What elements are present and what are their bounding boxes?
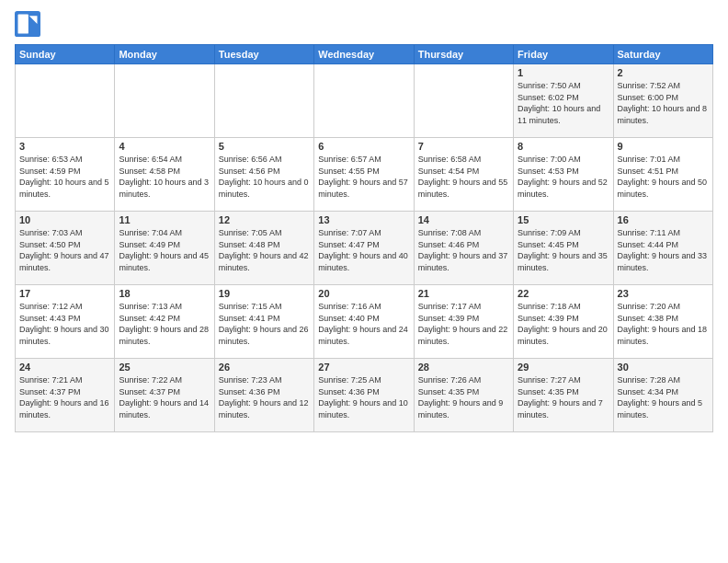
- day-cell: 16Sunrise: 7:11 AM Sunset: 4:44 PM Dayli…: [613, 212, 712, 285]
- weekday-header-sunday: Sunday: [16, 45, 115, 64]
- day-cell: 5Sunrise: 6:56 AM Sunset: 4:56 PM Daylig…: [214, 138, 313, 212]
- day-number: 14: [418, 214, 509, 225]
- day-number: 28: [418, 362, 509, 373]
- day-cell: 13Sunrise: 7:07 AM Sunset: 4:47 PM Dayli…: [314, 212, 414, 285]
- day-info: Sunrise: 7:21 AM Sunset: 4:37 PM Dayligh…: [19, 374, 110, 420]
- calendar-body: 1Sunrise: 7:50 AM Sunset: 6:02 PM Daylig…: [16, 64, 713, 432]
- day-info: Sunrise: 7:12 AM Sunset: 4:43 PM Dayligh…: [19, 301, 110, 347]
- day-info: Sunrise: 7:27 AM Sunset: 4:35 PM Dayligh…: [518, 374, 609, 420]
- day-cell: [314, 64, 414, 138]
- day-info: Sunrise: 7:52 AM Sunset: 6:00 PM Dayligh…: [618, 80, 709, 126]
- day-cell: 25Sunrise: 7:22 AM Sunset: 4:37 PM Dayli…: [115, 359, 214, 432]
- weekday-header-wednesday: Wednesday: [314, 45, 414, 64]
- day-number: 1: [518, 67, 609, 78]
- day-info: Sunrise: 6:54 AM Sunset: 4:58 PM Dayligh…: [119, 154, 210, 200]
- day-number: 3: [19, 141, 110, 152]
- week-row-2: 10Sunrise: 7:03 AM Sunset: 4:50 PM Dayli…: [16, 212, 713, 285]
- day-number: 16: [618, 214, 709, 225]
- day-number: 8: [518, 141, 609, 152]
- day-cell: 15Sunrise: 7:09 AM Sunset: 4:45 PM Dayli…: [514, 212, 613, 285]
- day-cell: 17Sunrise: 7:12 AM Sunset: 4:43 PM Dayli…: [16, 285, 115, 359]
- day-number: 21: [418, 288, 509, 299]
- day-info: Sunrise: 6:53 AM Sunset: 4:59 PM Dayligh…: [19, 154, 110, 200]
- day-cell: 23Sunrise: 7:20 AM Sunset: 4:38 PM Dayli…: [613, 285, 712, 359]
- weekday-header-saturday: Saturday: [613, 45, 712, 64]
- day-number: 11: [119, 214, 210, 225]
- day-number: 2: [618, 67, 709, 78]
- header: [15, 11, 713, 37]
- day-number: 20: [318, 288, 409, 299]
- weekday-header-friday: Friday: [514, 45, 613, 64]
- day-info: Sunrise: 7:50 AM Sunset: 6:02 PM Dayligh…: [518, 80, 609, 126]
- day-cell: [214, 64, 313, 138]
- day-number: 23: [618, 288, 709, 299]
- day-info: Sunrise: 7:26 AM Sunset: 4:35 PM Dayligh…: [418, 374, 509, 420]
- logo: [15, 11, 44, 37]
- day-info: Sunrise: 7:13 AM Sunset: 4:42 PM Dayligh…: [119, 301, 210, 347]
- week-row-1: 3Sunrise: 6:53 AM Sunset: 4:59 PM Daylig…: [16, 138, 713, 212]
- day-number: 29: [518, 362, 609, 373]
- day-info: Sunrise: 7:15 AM Sunset: 4:41 PM Dayligh…: [219, 301, 310, 347]
- day-cell: 4Sunrise: 6:54 AM Sunset: 4:58 PM Daylig…: [115, 138, 214, 212]
- day-cell: 18Sunrise: 7:13 AM Sunset: 4:42 PM Dayli…: [115, 285, 214, 359]
- calendar-table: SundayMondayTuesdayWednesdayThursdayFrid…: [15, 44, 713, 432]
- day-info: Sunrise: 7:22 AM Sunset: 4:37 PM Dayligh…: [119, 374, 210, 420]
- day-cell: 14Sunrise: 7:08 AM Sunset: 4:46 PM Dayli…: [414, 212, 513, 285]
- day-number: 13: [318, 214, 409, 225]
- weekday-header-monday: Monday: [115, 45, 214, 64]
- day-info: Sunrise: 6:58 AM Sunset: 4:54 PM Dayligh…: [418, 154, 509, 200]
- day-info: Sunrise: 7:04 AM Sunset: 4:49 PM Dayligh…: [119, 227, 210, 273]
- logo-icon: [15, 11, 40, 37]
- week-row-3: 17Sunrise: 7:12 AM Sunset: 4:43 PM Dayli…: [16, 285, 713, 359]
- day-info: Sunrise: 7:11 AM Sunset: 4:44 PM Dayligh…: [618, 227, 709, 273]
- day-cell: 1Sunrise: 7:50 AM Sunset: 6:02 PM Daylig…: [514, 64, 613, 138]
- day-info: Sunrise: 7:09 AM Sunset: 4:45 PM Dayligh…: [518, 227, 609, 273]
- day-cell: 9Sunrise: 7:01 AM Sunset: 4:51 PM Daylig…: [613, 138, 712, 212]
- week-row-4: 24Sunrise: 7:21 AM Sunset: 4:37 PM Dayli…: [16, 359, 713, 432]
- weekday-header-tuesday: Tuesday: [214, 45, 313, 64]
- day-info: Sunrise: 7:01 AM Sunset: 4:51 PM Dayligh…: [618, 154, 709, 200]
- day-info: Sunrise: 7:00 AM Sunset: 4:53 PM Dayligh…: [518, 154, 609, 200]
- day-info: Sunrise: 7:25 AM Sunset: 4:36 PM Dayligh…: [318, 374, 409, 420]
- day-cell: 22Sunrise: 7:18 AM Sunset: 4:39 PM Dayli…: [514, 285, 613, 359]
- day-cell: 2Sunrise: 7:52 AM Sunset: 6:00 PM Daylig…: [613, 64, 712, 138]
- day-number: 12: [219, 214, 310, 225]
- day-number: 7: [418, 141, 509, 152]
- day-cell: 6Sunrise: 6:57 AM Sunset: 4:55 PM Daylig…: [314, 138, 414, 212]
- calendar-page: SundayMondayTuesdayWednesdayThursdayFrid…: [0, 0, 728, 563]
- day-cell: 11Sunrise: 7:04 AM Sunset: 4:49 PM Dayli…: [115, 212, 214, 285]
- day-number: 17: [19, 288, 110, 299]
- day-cell: 7Sunrise: 6:58 AM Sunset: 4:54 PM Daylig…: [414, 138, 513, 212]
- day-cell: 24Sunrise: 7:21 AM Sunset: 4:37 PM Dayli…: [16, 359, 115, 432]
- day-cell: 28Sunrise: 7:26 AM Sunset: 4:35 PM Dayli…: [414, 359, 513, 432]
- day-info: Sunrise: 7:05 AM Sunset: 4:48 PM Dayligh…: [219, 227, 310, 273]
- day-number: 6: [318, 141, 409, 152]
- day-number: 15: [518, 214, 609, 225]
- day-number: 24: [19, 362, 110, 373]
- day-cell: 29Sunrise: 7:27 AM Sunset: 4:35 PM Dayli…: [514, 359, 613, 432]
- day-cell: [115, 64, 214, 138]
- day-cell: 10Sunrise: 7:03 AM Sunset: 4:50 PM Dayli…: [16, 212, 115, 285]
- day-info: Sunrise: 7:18 AM Sunset: 4:39 PM Dayligh…: [518, 301, 609, 347]
- day-cell: 27Sunrise: 7:25 AM Sunset: 4:36 PM Dayli…: [314, 359, 414, 432]
- day-cell: 12Sunrise: 7:05 AM Sunset: 4:48 PM Dayli…: [214, 212, 313, 285]
- day-number: 25: [119, 362, 210, 373]
- day-number: 26: [219, 362, 310, 373]
- day-cell: [414, 64, 513, 138]
- weekday-header-row: SundayMondayTuesdayWednesdayThursdayFrid…: [16, 45, 713, 64]
- weekday-header-thursday: Thursday: [414, 45, 513, 64]
- day-info: Sunrise: 6:56 AM Sunset: 4:56 PM Dayligh…: [219, 154, 310, 200]
- day-info: Sunrise: 7:07 AM Sunset: 4:47 PM Dayligh…: [318, 227, 409, 273]
- day-number: 18: [119, 288, 210, 299]
- day-info: Sunrise: 7:03 AM Sunset: 4:50 PM Dayligh…: [19, 227, 110, 273]
- day-number: 9: [618, 141, 709, 152]
- day-cell: 3Sunrise: 6:53 AM Sunset: 4:59 PM Daylig…: [16, 138, 115, 212]
- day-cell: 19Sunrise: 7:15 AM Sunset: 4:41 PM Dayli…: [214, 285, 313, 359]
- calendar-header: SundayMondayTuesdayWednesdayThursdayFrid…: [16, 45, 713, 64]
- day-number: 5: [219, 141, 310, 152]
- day-info: Sunrise: 7:16 AM Sunset: 4:40 PM Dayligh…: [318, 301, 409, 347]
- day-cell: [16, 64, 115, 138]
- day-cell: 30Sunrise: 7:28 AM Sunset: 4:34 PM Dayli…: [613, 359, 712, 432]
- day-cell: 20Sunrise: 7:16 AM Sunset: 4:40 PM Dayli…: [314, 285, 414, 359]
- day-info: Sunrise: 7:20 AM Sunset: 4:38 PM Dayligh…: [618, 301, 709, 347]
